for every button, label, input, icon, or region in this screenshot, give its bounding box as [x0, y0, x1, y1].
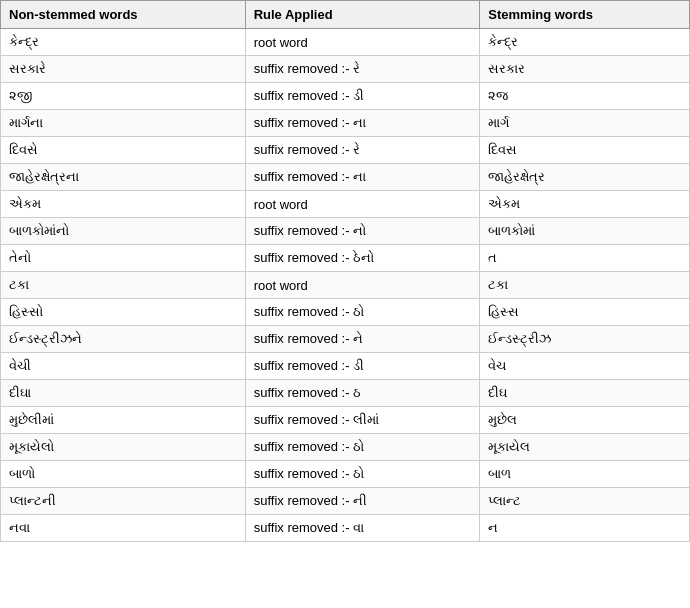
cell-rule: suffix removed :- વા: [245, 515, 480, 542]
cell-stem: એકમ: [480, 191, 690, 218]
table-row: વેચીsuffix removed :- ડીવેચ: [1, 353, 690, 380]
cell-rule: suffix removed :- ઠો: [245, 299, 480, 326]
header-rule-applied: Rule Applied: [245, 1, 480, 29]
cell-stem: હિસ્સ: [480, 299, 690, 326]
cell-rule: suffix removed :- ને: [245, 326, 480, 353]
cell-rule: root word: [245, 191, 480, 218]
cell-stem: જાહેરક્ષેત્ર: [480, 164, 690, 191]
cell-stem: કેન્દ્ર: [480, 29, 690, 56]
cell-rule: suffix removed :- ઠો: [245, 461, 480, 488]
cell-non-stemmed: મુછેલીમાં: [1, 407, 246, 434]
cell-non-stemmed: ઈન્ડસ્ટ્રીઝને: [1, 326, 246, 353]
cell-rule: suffix removed :- રે: [245, 56, 480, 83]
cell-stem: દિવસ: [480, 137, 690, 164]
cell-non-stemmed: હિસ્સો: [1, 299, 246, 326]
cell-non-stemmed: બાળકોમાંનો: [1, 218, 246, 245]
cell-non-stemmed: તેનો: [1, 245, 246, 272]
table-row: પ્લાન્ટનીsuffix removed :- નીપ્લાન્ટ: [1, 488, 690, 515]
cell-rule: suffix removed :- ઠો: [245, 434, 480, 461]
table-row: જાહેરક્ષેત્રનાsuffix removed :- નાજાહેરક…: [1, 164, 690, 191]
cell-stem: ૨જ: [480, 83, 690, 110]
table-header-row: Non-stemmed words Rule Applied Stemming …: [1, 1, 690, 29]
cell-stem: ન: [480, 515, 690, 542]
cell-stem: સરકાર: [480, 56, 690, 83]
cell-non-stemmed: મૂકાયેલો: [1, 434, 246, 461]
cell-non-stemmed: નવા: [1, 515, 246, 542]
table-row: દીઘાsuffix removed :- ઠદીઘ: [1, 380, 690, 407]
cell-rule: suffix removed :- ના: [245, 110, 480, 137]
table-row: મુછેલીમાંsuffix removed :- લીમાંમુછેલ: [1, 407, 690, 434]
cell-stem: બાળ: [480, 461, 690, 488]
cell-stem: દીઘ: [480, 380, 690, 407]
cell-non-stemmed: દીઘા: [1, 380, 246, 407]
cell-non-stemmed: સરકારે: [1, 56, 246, 83]
cell-rule: suffix removed :- ની: [245, 488, 480, 515]
table-row: નવાsuffix removed :- વાન: [1, 515, 690, 542]
header-non-stemmed: Non-stemmed words: [1, 1, 246, 29]
cell-non-stemmed: વેચી: [1, 353, 246, 380]
cell-rule: suffix removed :- નો: [245, 218, 480, 245]
table-row: બાળકોમાંનોsuffix removed :- નોબાળકોમાં: [1, 218, 690, 245]
table-row: એકમroot wordએકમ: [1, 191, 690, 218]
cell-non-stemmed: દિવસે: [1, 137, 246, 164]
cell-non-stemmed: પ્લાન્ટની: [1, 488, 246, 515]
table-row: મૂકાયેલોsuffix removed :- ઠોમૂકાયેલ: [1, 434, 690, 461]
cell-rule: root word: [245, 272, 480, 299]
cell-non-stemmed: એકમ: [1, 191, 246, 218]
cell-non-stemmed: માર્ગના: [1, 110, 246, 137]
table-row: હિસ્સોsuffix removed :- ઠોહિસ્સ: [1, 299, 690, 326]
cell-rule: suffix removed :- ડી: [245, 353, 480, 380]
cell-stem: મૂકાયેલ: [480, 434, 690, 461]
cell-rule: suffix removed :- ઠેનો: [245, 245, 480, 272]
cell-rule: suffix removed :- ડી: [245, 83, 480, 110]
cell-stem: બાળકોમાં: [480, 218, 690, 245]
table-row: બાળોsuffix removed :- ઠોબાળ: [1, 461, 690, 488]
cell-rule: suffix removed :- ઠ: [245, 380, 480, 407]
stemming-table: Non-stemmed words Rule Applied Stemming …: [0, 0, 690, 542]
cell-rule: suffix removed :- રે: [245, 137, 480, 164]
cell-stem: મુછેલ: [480, 407, 690, 434]
table-row: ટકાroot wordટકા: [1, 272, 690, 299]
table-row: માર્ગનાsuffix removed :- નામાર્ગ: [1, 110, 690, 137]
table-row: ઈન્ડસ્ટ્રીઝનેsuffix removed :- નેઈન્ડસ્ટ…: [1, 326, 690, 353]
cell-non-stemmed: ટકા: [1, 272, 246, 299]
cell-stem: ટકા: [480, 272, 690, 299]
cell-rule: root word: [245, 29, 480, 56]
cell-stem: ઈન્ડસ્ટ્રીઝ: [480, 326, 690, 353]
header-stemming-words: Stemming words: [480, 1, 690, 29]
cell-non-stemmed: કેન્દ્ર: [1, 29, 246, 56]
table-row: તેનોsuffix removed :- ઠેનોત: [1, 245, 690, 272]
cell-rule: suffix removed :- ના: [245, 164, 480, 191]
table-row: દિવસેsuffix removed :- રેદિવસ: [1, 137, 690, 164]
cell-stem: વેચ: [480, 353, 690, 380]
cell-non-stemmed: ૨જી: [1, 83, 246, 110]
cell-stem: ત: [480, 245, 690, 272]
table-row: સરકારેsuffix removed :- રેસરકાર: [1, 56, 690, 83]
cell-non-stemmed: જાહેરક્ષેત્રના: [1, 164, 246, 191]
table-row: કેન્દ્રroot wordકેન્દ્ર: [1, 29, 690, 56]
table-row: ૨જીsuffix removed :- ડી૨જ: [1, 83, 690, 110]
cell-stem: માર્ગ: [480, 110, 690, 137]
cell-non-stemmed: બાળો: [1, 461, 246, 488]
cell-stem: પ્લાન્ટ: [480, 488, 690, 515]
cell-rule: suffix removed :- લીમાં: [245, 407, 480, 434]
